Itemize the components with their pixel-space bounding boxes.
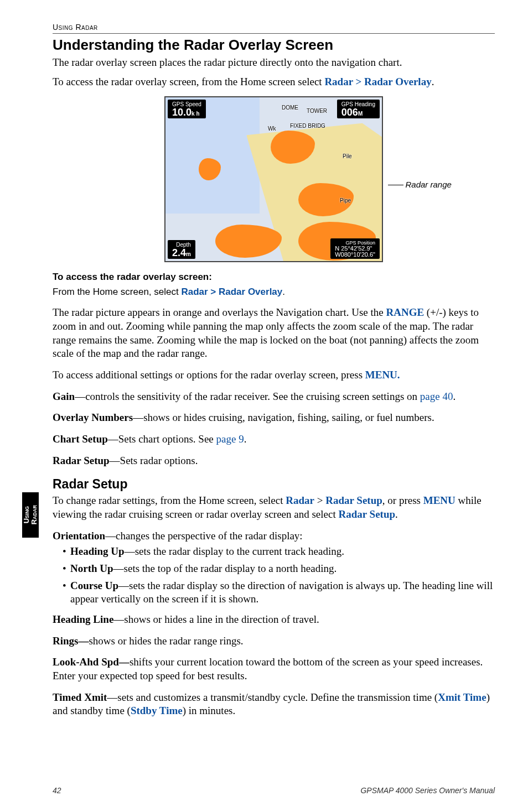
radar-setup-intro: To change radar settings, from the Home … bbox=[53, 494, 495, 521]
menu-path: Radar > Radar Overlay bbox=[324, 76, 431, 87]
option-overlay-numbers: Overlay Numbers—shows or hides cruising,… bbox=[53, 411, 495, 425]
side-tab-label: Using Radar bbox=[23, 505, 38, 524]
screenshot: DOME TOWER FIXED BRIDG Wk Pile Pipe GPS … bbox=[164, 96, 383, 262]
access-instruction-top: To access the radar overlay screen, from… bbox=[53, 75, 495, 89]
badge-depth: Depth 2.4m bbox=[168, 240, 195, 259]
term: Look-Ahd Spd— bbox=[53, 656, 130, 668]
badge-unit: k h bbox=[191, 111, 199, 117]
text: . bbox=[453, 391, 455, 402]
leader-line bbox=[388, 185, 403, 185]
running-head: Using Radar bbox=[53, 22, 495, 34]
text: From the Home screen, select bbox=[53, 287, 181, 297]
text: —Sets chart options. See bbox=[108, 433, 216, 445]
text: To access additional settings or options… bbox=[53, 369, 365, 381]
param-stdby-time: Stdby Time bbox=[131, 705, 183, 716]
figure-radar-overlay: DOME TOWER FIXED BRIDG Wk Pile Pipe GPS … bbox=[53, 96, 495, 262]
badge-value: 10.0 bbox=[172, 107, 191, 118]
term: Overlay Numbers bbox=[53, 412, 133, 423]
text: To access the radar overlay screen: bbox=[53, 272, 212, 282]
key-menu: MENU. bbox=[365, 369, 400, 381]
option-heading-line: Heading Line—shows or hides a line in th… bbox=[53, 613, 495, 627]
text: , or press bbox=[382, 495, 423, 506]
text: —sets and customizes a transmit/standby … bbox=[107, 691, 438, 703]
option-timed-xmit: Timed Xmit—sets and customizes a transmi… bbox=[53, 691, 495, 718]
text: > bbox=[314, 495, 325, 506]
side-tab-using-radar: Using Radar bbox=[22, 492, 39, 538]
list-item: Course Up—sets the radar display so the … bbox=[63, 579, 495, 606]
term: Radar Setup bbox=[53, 455, 110, 466]
term: Course Up bbox=[70, 580, 118, 591]
menu-item: Radar Setup bbox=[325, 495, 382, 506]
menu-item: Radar bbox=[286, 495, 314, 506]
text: ) in minutes. bbox=[183, 705, 236, 716]
key-range: RANGE bbox=[386, 306, 424, 318]
text: —sets the radar display so the direction… bbox=[70, 580, 493, 605]
orientation-list: Heading Up—sets the radar display to the… bbox=[53, 545, 495, 606]
radar-blob bbox=[215, 225, 282, 258]
menu-paragraph: To access additional settings or options… bbox=[53, 368, 495, 382]
term: Rings— bbox=[53, 635, 89, 647]
text: —changes the perspective of the radar di… bbox=[105, 530, 303, 542]
text: To change radar settings, from the Home … bbox=[53, 495, 286, 506]
range-paragraph: The radar picture appears in orange and … bbox=[53, 306, 495, 361]
page-ref[interactable]: page 40 bbox=[420, 391, 453, 402]
term: Gain bbox=[53, 391, 75, 402]
text: —controls the sensitivity of the radar r… bbox=[75, 391, 420, 402]
badge-line: W080°10'20.6" bbox=[335, 251, 375, 258]
page-number: 42 bbox=[53, 785, 61, 795]
option-orientation: Orientation—changes the perspective of t… bbox=[53, 529, 495, 543]
term: Heading Up bbox=[70, 545, 125, 557]
term: Heading Line bbox=[53, 613, 113, 625]
term: Chart Setup bbox=[53, 433, 108, 445]
map-label: TOWER bbox=[307, 107, 327, 114]
term: Timed Xmit bbox=[53, 691, 107, 703]
text: —sets the radar display to the current t… bbox=[125, 545, 344, 557]
section-title-radar-setup: Radar Setup bbox=[53, 476, 495, 493]
map-label: FIXED BRIDG bbox=[290, 122, 325, 129]
text: —Sets radar options. bbox=[110, 455, 198, 466]
param-xmit-time: Xmit Time bbox=[438, 691, 486, 703]
key-menu: MENU bbox=[423, 495, 455, 506]
page-ref[interactable]: page 9 bbox=[216, 433, 244, 445]
caption-text: Radar range bbox=[406, 179, 452, 190]
badge-gps-heading: GPS Heading 006M bbox=[337, 100, 380, 118]
intro-paragraph: The radar overlay screen places the rada… bbox=[53, 56, 495, 70]
menu-path: Radar > Radar Overlay bbox=[181, 287, 282, 297]
option-rings: Rings—shows or hides the radar range rin… bbox=[53, 634, 495, 648]
text: —shows or hides cruising, navigation, fi… bbox=[133, 412, 434, 423]
badge-value: 2.4 bbox=[172, 247, 186, 258]
text: —sets the top of the radar display to a … bbox=[113, 563, 337, 574]
badge-unit: M bbox=[358, 111, 363, 117]
option-radar-setup: Radar Setup—Sets radar options. bbox=[53, 454, 495, 468]
term: Orientation bbox=[53, 530, 105, 542]
option-look-ahd-spd: Look-Ahd Spd—shifts your current locatio… bbox=[53, 655, 495, 683]
text: The radar picture appears in orange and … bbox=[53, 306, 386, 318]
text: Radar bbox=[30, 505, 38, 524]
map-label: Wk bbox=[268, 125, 276, 132]
section-title-overlay: Understanding the Radar Overlay Screen bbox=[53, 36, 495, 55]
manual-title: GPSMAP 4000 Series Owner's Manual bbox=[360, 785, 495, 795]
page-footer: 42 GPSMAP 4000 Series Owner's Manual bbox=[53, 785, 495, 795]
list-item: North Up—sets the top of the radar displ… bbox=[63, 562, 495, 576]
access-heading: To access the radar overlay screen: bbox=[53, 270, 495, 284]
list-item: Heading Up—sets the radar display to the… bbox=[63, 545, 495, 559]
text: shows or hides the radar range rings. bbox=[89, 635, 243, 647]
badge-gps-position: GPS Position N 25°42'52.9" W080°10'20.6" bbox=[330, 238, 380, 259]
badge-gps-speed: GPS Speed 10.0k h bbox=[168, 100, 206, 118]
text: . bbox=[395, 508, 398, 520]
badge-value: 006 bbox=[341, 107, 358, 118]
badge-unit: m bbox=[186, 251, 191, 257]
text: —shows or hides a line in the direction … bbox=[113, 613, 319, 625]
map-label: DOME bbox=[282, 104, 298, 111]
map-label: Pipe bbox=[340, 197, 351, 204]
text: . bbox=[244, 433, 247, 445]
term: North Up bbox=[70, 563, 113, 574]
figure-caption: Radar range bbox=[388, 179, 452, 190]
text: . bbox=[282, 287, 285, 297]
option-chart-setup: Chart Setup—Sets chart options. See page… bbox=[53, 433, 495, 446]
option-gain: Gain—controls the sensitivity of the rad… bbox=[53, 390, 495, 404]
menu-item: Radar Setup bbox=[338, 508, 395, 520]
map-label: Pile bbox=[343, 153, 352, 160]
text: To access the radar overlay screen, from… bbox=[53, 76, 324, 87]
access-steps: From the Home screen, select Radar > Rad… bbox=[53, 286, 495, 298]
